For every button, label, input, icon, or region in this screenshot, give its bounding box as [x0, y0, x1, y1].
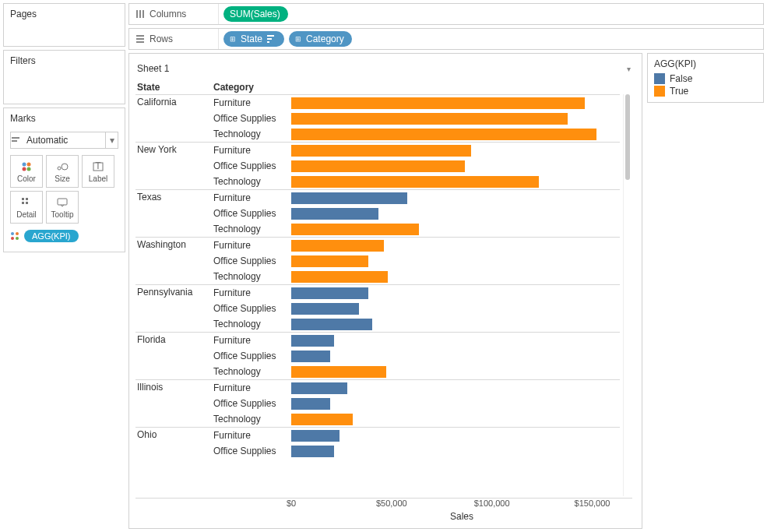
marks-type-select[interactable]: Automatic ▾: [10, 132, 118, 149]
marks-size-button[interactable]: Size: [46, 155, 79, 188]
filters-title: Filters: [4, 51, 125, 71]
bar[interactable]: [291, 446, 334, 457]
category-label[interactable]: Furniture: [213, 145, 291, 156]
state-group: IllinoisFurnitureOffice SuppliesTechnolo…: [135, 379, 620, 427]
chart-row: Furniture: [213, 285, 620, 301]
header-state[interactable]: State: [135, 82, 213, 93]
category-label[interactable]: Office Supplies: [213, 255, 291, 266]
category-label[interactable]: Furniture: [213, 382, 291, 393]
chart-row: Technology: [213, 221, 620, 237]
category-label[interactable]: Furniture: [213, 287, 291, 298]
svg-rect-25: [267, 35, 274, 37]
bar[interactable]: [291, 255, 368, 267]
svg-point-2: [23, 162, 26, 166]
svg-point-4: [23, 167, 26, 171]
bar[interactable]: [291, 414, 353, 425]
viz-canvas[interactable]: Sheet 1 ▾ State Category CaliforniaFurni…: [128, 53, 642, 529]
pill-label: SUM(Sales): [230, 9, 280, 19]
sort-icon: [267, 35, 276, 43]
category-label[interactable]: Office Supplies: [213, 398, 291, 409]
bar[interactable]: [291, 145, 471, 157]
state-label[interactable]: New York: [135, 143, 213, 189]
rows-pill-0[interactable]: ⊞State: [223, 31, 284, 47]
category-label[interactable]: Technology: [213, 224, 291, 234]
bar[interactable]: [291, 287, 368, 299]
marks-tooltip-button[interactable]: Tooltip: [46, 191, 79, 224]
category-label[interactable]: Technology: [213, 319, 291, 329]
category-label[interactable]: Office Supplies: [213, 113, 291, 124]
category-label[interactable]: Technology: [213, 414, 291, 425]
category-label[interactable]: Office Supplies: [213, 208, 291, 219]
title-dropdown-icon[interactable]: ▾: [627, 65, 631, 73]
rows-pill-1[interactable]: ⊞Category: [289, 31, 352, 47]
x-axis-label[interactable]: Sales: [135, 509, 632, 522]
rows-shelf[interactable]: Rows ⊞State⊞Category: [128, 28, 764, 50]
bar[interactable]: [291, 319, 372, 330]
category-label[interactable]: Technology: [213, 129, 291, 139]
category-label[interactable]: Furniture: [213, 240, 291, 251]
columns-pill-0[interactable]: SUM(Sales): [223, 6, 288, 22]
bar[interactable]: [291, 224, 419, 235]
state-label[interactable]: California: [135, 95, 213, 142]
category-label[interactable]: Technology: [213, 176, 291, 187]
marks-label-button[interactable]: T Label: [82, 155, 114, 188]
bar[interactable]: [291, 113, 568, 125]
header-category[interactable]: Category: [213, 82, 291, 93]
chart-row: Office Supplies: [213, 158, 620, 174]
svg-rect-12: [22, 202, 24, 204]
bar[interactable]: [291, 208, 378, 220]
chart-scrollbar[interactable]: [623, 94, 632, 496]
category-label[interactable]: Office Supplies: [213, 351, 291, 361]
bar[interactable]: [291, 430, 340, 442]
pages-shelf[interactable]: Pages: [3, 3, 125, 47]
sheet-title[interactable]: Sheet 1: [137, 63, 169, 74]
category-label[interactable]: Furniture: [213, 335, 291, 346]
bar[interactable]: [291, 271, 388, 283]
x-tick: $0: [287, 499, 296, 508]
bar[interactable]: [291, 160, 465, 172]
state-label[interactable]: Ohio: [135, 428, 213, 459]
marks-color-pill[interactable]: AGG(KPI): [24, 230, 79, 242]
chart-row: Furniture: [213, 238, 620, 253]
scrollbar-thumb[interactable]: [625, 94, 630, 180]
bar[interactable]: [291, 129, 596, 140]
svg-text:T: T: [95, 162, 101, 171]
legend-item-true[interactable]: True: [654, 85, 757, 97]
bar[interactable]: [291, 351, 330, 362]
category-label[interactable]: Technology: [213, 271, 291, 282]
pill-label: Category: [306, 33, 344, 44]
bar[interactable]: [291, 97, 585, 109]
category-label[interactable]: Office Supplies: [213, 303, 291, 314]
bar[interactable]: [291, 240, 384, 252]
marks-color-assignment[interactable]: AGG(KPI): [4, 227, 125, 245]
chart-row: Technology: [213, 364, 620, 379]
chart-row: Technology: [213, 269, 620, 284]
state-label[interactable]: Florida: [135, 333, 213, 379]
bar[interactable]: [291, 335, 334, 347]
state-label[interactable]: Texas: [135, 190, 213, 237]
category-label[interactable]: Furniture: [213, 192, 291, 203]
bar[interactable]: [291, 382, 347, 394]
marks-color-button[interactable]: Color: [10, 155, 43, 188]
bar[interactable]: [291, 398, 330, 410]
color-legend[interactable]: AGG(KPI) FalseTrue: [647, 53, 764, 103]
bar[interactable]: [291, 366, 386, 378]
state-label[interactable]: Illinois: [135, 380, 213, 427]
state-label[interactable]: Washington: [135, 238, 213, 284]
bar[interactable]: [291, 303, 359, 315]
bar[interactable]: [291, 192, 407, 204]
columns-shelf[interactable]: Columns SUM(Sales): [128, 3, 764, 25]
marks-detail-button[interactable]: Detail: [10, 191, 43, 224]
legend-swatch: [654, 73, 665, 84]
category-label[interactable]: Technology: [213, 366, 291, 377]
state-label[interactable]: Pennsylvania: [135, 285, 213, 332]
category-label[interactable]: Office Supplies: [213, 446, 291, 456]
category-label[interactable]: Office Supplies: [213, 160, 291, 171]
filters-shelf[interactable]: Filters: [3, 50, 125, 104]
category-label[interactable]: Furniture: [213, 430, 291, 441]
svg-point-18: [16, 237, 19, 240]
category-label[interactable]: Furniture: [213, 97, 291, 108]
bar[interactable]: [291, 176, 539, 188]
label-icon: T: [93, 160, 104, 173]
legend-item-false[interactable]: False: [654, 72, 757, 85]
